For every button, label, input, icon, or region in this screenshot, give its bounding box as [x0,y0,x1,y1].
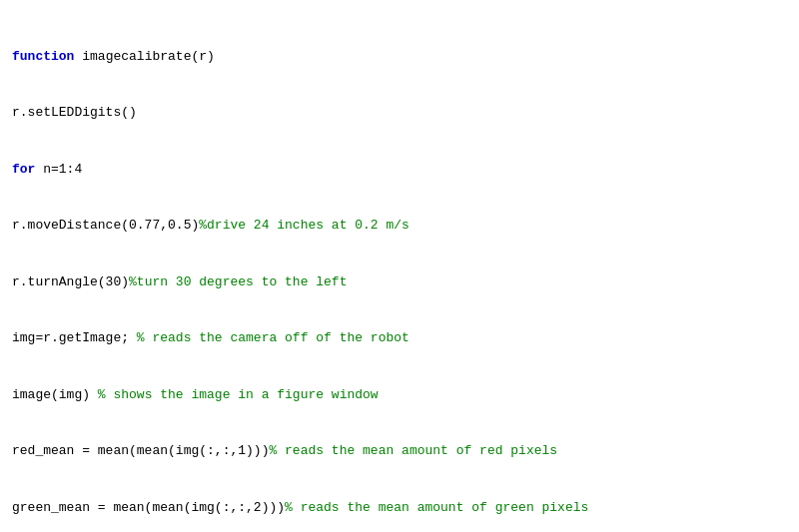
code-editor: function imagecalibrate(r) r.setLEDDigit… [0,0,799,532]
line-5: r.turnAngle(30)%turn 30 degrees to the l… [12,273,787,292]
code-content: function imagecalibrate(r) r.setLEDDigit… [12,10,787,532]
line-3: for n=1:4 [12,161,787,180]
line-1: function imagecalibrate(r) [12,48,787,67]
line-8: red_mean = mean(mean(img(:,:,1)))% reads… [12,442,787,461]
line-9: green_mean = mean(mean(img(:,:,2)))% rea… [12,499,787,518]
line-7: image(img) % shows the image in a figure… [12,386,787,405]
line-6: img=r.getImage; % reads the camera off o… [12,329,787,348]
line-4: r.moveDistance(0.77,0.5)%drive 24 inches… [12,217,787,236]
line-2: r.setLEDDigits() [12,104,787,123]
